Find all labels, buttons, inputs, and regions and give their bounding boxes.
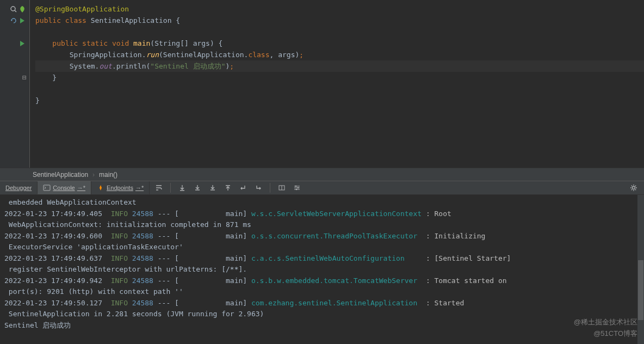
settings-icon[interactable]	[291, 182, 303, 194]
run-gutter-icon[interactable]	[18, 40, 26, 47]
svg-line-1	[15, 10, 16, 12]
svg-point-0	[11, 7, 15, 11]
pin-icon: →*	[77, 185, 85, 191]
gear-icon[interactable]	[628, 182, 640, 194]
fold-icon[interactable]: ⊟	[21, 74, 28, 82]
breadcrumb: SentinelApplication › main()	[0, 168, 644, 181]
svg-point-9	[298, 187, 299, 189]
tab-console[interactable]: Console →*	[38, 181, 91, 194]
endpoints-icon	[97, 184, 104, 192]
console-output[interactable]: embedded WebApplicationContext 2022-01-2…	[0, 195, 644, 344]
return-icon[interactable]	[237, 182, 249, 194]
download2-icon[interactable]	[207, 182, 219, 194]
run-gutter-icon[interactable]	[18, 17, 26, 24]
breadcrumb-item[interactable]: SentinelApplication	[33, 171, 88, 179]
code-editor[interactable]: @SpringBootApplication public class Sent…	[30, 0, 644, 168]
console-scrollbar[interactable]	[637, 195, 644, 344]
breadcrumb-separator: ›	[92, 171, 95, 179]
spring-leaf-icon[interactable]	[18, 5, 26, 13]
wrap-icon[interactable]	[153, 182, 165, 194]
svg-point-11	[633, 187, 635, 189]
recursive-icon[interactable]	[10, 17, 17, 24]
tab-debugger[interactable]: Debugger	[0, 182, 38, 194]
inspect-icon[interactable]	[10, 5, 17, 13]
editor-gutter: ⊟	[0, 0, 30, 168]
svg-point-8	[295, 186, 297, 187]
upload-icon[interactable]	[222, 182, 234, 194]
pin-icon: →*	[135, 185, 144, 191]
tab-endpoints[interactable]: Endpoints →*	[91, 181, 150, 194]
svg-rect-2	[44, 185, 50, 191]
scroll-end-icon[interactable]	[176, 182, 188, 194]
annotation: @SpringBootApplication	[35, 5, 129, 13]
layout-icon[interactable]	[276, 182, 288, 194]
download-icon[interactable]	[191, 182, 203, 194]
editor-area: ⊟ @SpringBootApplication public class Se…	[0, 0, 644, 168]
breadcrumb-item[interactable]: main()	[99, 171, 117, 179]
tool-window-tabs: Debugger Console →* Endpoints →*	[0, 181, 644, 195]
svg-point-10	[296, 189, 298, 191]
scrollbar-thumb[interactable]	[638, 260, 643, 320]
watermark: @稀土掘金技术社区 @51CTO博客	[574, 317, 637, 340]
forward-icon[interactable]	[252, 182, 264, 194]
console-icon	[43, 184, 51, 192]
